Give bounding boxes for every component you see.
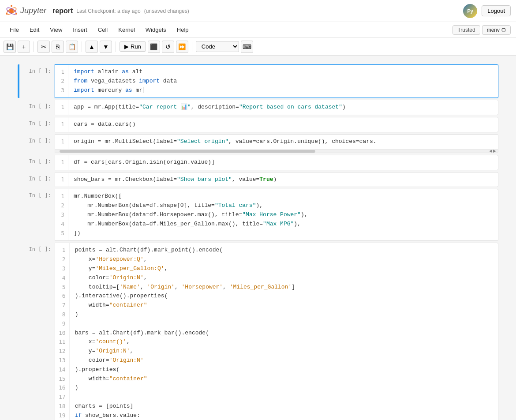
menu-insert[interactable]: Insert	[68, 25, 92, 35]
cell-content-2[interactable]: 1 app = mr.App(title="Car report 📊", des…	[55, 100, 498, 115]
menu-kernel[interactable]: Kernel	[114, 25, 139, 35]
menu-cell[interactable]: Cell	[93, 25, 112, 35]
move-up-button[interactable]: ▲	[86, 41, 98, 53]
top-right-area: Py Logout	[463, 4, 511, 18]
cell-prompt-7: In [ ]:	[19, 189, 55, 241]
top-navbar: Jupyter report Last Checkpoint: a day ag…	[0, 0, 516, 22]
menv-label: menv	[487, 27, 500, 33]
menu-bar: File Edit View Insert Cell Kernel Widget…	[0, 22, 516, 38]
keyboard-shortcuts-button[interactable]: ⌨	[241, 41, 253, 53]
code-content-5[interactable]: df = cars[cars.Origin.isin(origin.value)…	[68, 155, 498, 170]
cell-content-5[interactable]: 1 df = cars[cars.Origin.isin(origin.valu…	[55, 155, 498, 170]
save-button[interactable]: 💾	[4, 41, 16, 53]
cell-6[interactable]: In [ ]: 1 show_bars = mr.Checkbox(label=…	[18, 172, 498, 188]
logout-button[interactable]: Logout	[482, 5, 511, 16]
line-numbers-2: 1	[55, 100, 68, 115]
cell-7[interactable]: In [ ]: 12345 mr.NumberBox([ mr.NumberBo…	[18, 189, 498, 241]
cell-5[interactable]: In [ ]: 1 df = cars[cars.Origin.isin(ori…	[18, 155, 498, 170]
toolbar-separator-3	[116, 41, 116, 52]
cell-prompt-2: In [ ]:	[19, 100, 55, 115]
code-content-2[interactable]: app = mr.App(title="Car report 📊", descr…	[68, 100, 498, 115]
menu-edit[interactable]: Edit	[25, 25, 44, 35]
cell-prompt-6: In [ ]:	[19, 172, 55, 188]
unsaved-changes: (unsaved changes)	[144, 8, 189, 14]
menu-widgets[interactable]: Widgets	[141, 25, 171, 35]
cell-3[interactable]: In [ ]: 1 cars = data.cars()	[18, 117, 498, 132]
add-cell-button[interactable]: +	[18, 41, 30, 53]
cell-content-3[interactable]: 1 cars = data.cars()	[55, 117, 498, 132]
code-content-3[interactable]: cars = data.cars()	[68, 117, 498, 132]
toolbar: 💾 + ✂ ⎘ 📋 ▲ ▼ ▶ Run ⬛ ↺ ⏩ Code Markdown …	[0, 38, 516, 56]
cell-4[interactable]: In [ ]: 1 origin = mr.MultiSelect(label=…	[18, 134, 498, 153]
cell-1[interactable]: In [ ]: 123 import altair as alt from ve…	[18, 64, 498, 98]
cell-prompt-8: In [ ]:	[19, 243, 55, 420]
jupyter-icon	[5, 5, 18, 17]
checkpoint-info: Last Checkpoint: a day ago	[76, 8, 140, 14]
cell-content-4[interactable]: 1 origin = mr.MultiSelect(label="Select …	[55, 134, 498, 153]
cell-2[interactable]: In [ ]: 1 app = mr.App(title="Car report…	[18, 100, 498, 115]
toolbar-separator-4	[192, 41, 192, 52]
code-content-1[interactable]: import altair as alt from vega_datasets …	[68, 65, 498, 98]
menu-help[interactable]: Help	[172, 25, 193, 35]
move-down-button[interactable]: ▼	[100, 41, 112, 53]
line-numbers-5: 1	[55, 155, 68, 170]
jupyter-wordmark: Jupyter	[20, 6, 46, 15]
run-icon: ▶	[124, 43, 129, 50]
notebook-container: In [ ]: 123 import altair as alt from ve…	[0, 56, 516, 420]
toolbar-separator-1	[34, 41, 34, 52]
cell-content-7[interactable]: 12345 mr.NumberBox([ mr.NumberBox(data=d…	[55, 189, 498, 241]
cell-prompt-3: In [ ]:	[19, 117, 55, 132]
line-numbers-4: 1	[55, 135, 68, 149]
line-numbers-6: 1	[55, 172, 68, 187]
notebook-title-area: report Last Checkpoint: a day ago (unsav…	[52, 7, 460, 15]
paste-button[interactable]: 📋	[66, 41, 78, 53]
menu-view[interactable]: View	[45, 25, 67, 35]
python-logo: Py	[463, 4, 477, 18]
notebook-name[interactable]: report	[52, 7, 73, 15]
code-content-7[interactable]: mr.NumberBox([ mr.NumberBox(data=df.shap…	[68, 189, 498, 240]
restart-run-button[interactable]: ⏩	[176, 41, 188, 53]
toolbar-separator-2	[82, 41, 82, 52]
cell-8[interactable]: In [ ]: 12345 678910 1112131415 16171819…	[18, 243, 498, 420]
line-numbers-7: 12345	[55, 189, 68, 240]
cell-type-select[interactable]: Code Markdown Raw	[196, 41, 239, 52]
line-numbers-8: 12345 678910 1112131415 1617181920 21222…	[55, 243, 70, 420]
trusted-badge: Trusted	[452, 25, 480, 35]
scroll-thumb-4	[60, 150, 315, 153]
cell-prompt-5: In [ ]:	[19, 155, 55, 170]
cell-prompt-4: In [ ]:	[19, 134, 55, 153]
cell-content-1[interactable]: 123 import altair as alt from vega_datas…	[55, 64, 498, 98]
interrupt-button[interactable]: ⬛	[148, 41, 160, 53]
run-label: Run	[131, 43, 141, 50]
cell-content-6[interactable]: 1 show_bars = mr.Checkbox(label="Show ba…	[55, 172, 498, 188]
line-numbers-3: 1	[55, 117, 68, 132]
cell-prompt-1: In [ ]:	[19, 64, 55, 98]
line-numbers-1: 123	[55, 65, 68, 98]
svg-point-3	[11, 5, 12, 7]
cut-button[interactable]: ✂	[37, 41, 50, 53]
code-content-8[interactable]: points = alt.Chart(df).mark_point().enco…	[70, 243, 498, 420]
run-button[interactable]: ▶ Run	[120, 41, 146, 52]
svg-point-5	[6, 13, 7, 15]
menu-file[interactable]: File	[5, 25, 23, 35]
code-content-6[interactable]: show_bars = mr.Checkbox(label="Show bars…	[68, 172, 498, 187]
cell-content-8[interactable]: 12345 678910 1112131415 1617181920 21222…	[55, 243, 498, 420]
horizontal-scrollbar-4[interactable]: ◀ ▶	[55, 149, 498, 153]
restart-button[interactable]: ↺	[162, 41, 174, 53]
menv-button[interactable]: menv	[482, 25, 511, 35]
copy-button[interactable]: ⎘	[52, 41, 64, 53]
code-content-4[interactable]: origin = mr.MultiSelect(label="Select or…	[68, 135, 498, 149]
kernel-spinner	[501, 28, 506, 32]
jupyter-logo: Jupyter	[5, 5, 46, 17]
svg-point-4	[15, 13, 17, 15]
